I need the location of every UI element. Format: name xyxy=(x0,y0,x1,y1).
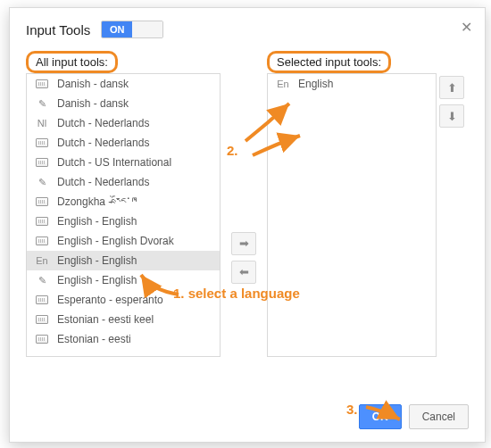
list-item[interactable]: EnEnglish - English xyxy=(27,251,220,270)
keyboard-icon xyxy=(34,197,50,206)
selected-tools-column: Selected input tools: EnEnglish xyxy=(267,51,437,357)
list-item-label: English - English xyxy=(57,254,137,267)
toggle-off-side xyxy=(132,21,162,37)
en-ime-icon: En xyxy=(275,79,291,89)
arrow-down-icon: ⬇ xyxy=(447,110,457,123)
pencil-icon: ✎ xyxy=(34,177,50,188)
nl-ime-icon: Nl xyxy=(34,118,50,129)
list-item[interactable]: Dutch - US International xyxy=(27,153,220,172)
list-item[interactable]: ✎Danish - dansk xyxy=(27,94,220,113)
dialog-title: Input Tools xyxy=(26,22,90,37)
keyboard-icon xyxy=(34,335,50,344)
list-item-label: Dutch - Nederlands xyxy=(57,176,149,188)
list-item[interactable]: English - English xyxy=(27,212,220,231)
list-item-label: English - English xyxy=(57,274,137,286)
dialog-body: All input tools: Danish - dansk✎Danish -… xyxy=(10,46,485,357)
list-item-label: Esperanto - esperanto xyxy=(57,294,163,306)
list-item-label: English xyxy=(298,78,333,90)
selected-tools-heading: Selected input tools: xyxy=(267,51,391,73)
close-icon[interactable]: ✕ xyxy=(461,19,472,36)
list-item[interactable]: English - English Dvorak xyxy=(27,231,220,251)
keyboard-icon xyxy=(34,158,50,167)
arrow-right-icon: ➡ xyxy=(239,236,249,250)
move-up-button[interactable]: ⬆ xyxy=(439,76,464,99)
keyboard-icon xyxy=(34,236,50,245)
list-item[interactable]: Esperanto - esperanto xyxy=(27,290,220,310)
dialog-footer: OK Cancel xyxy=(359,404,469,429)
list-item-label: Dzongkha - རྫོང་ཁ xyxy=(57,195,137,208)
keyboard-icon xyxy=(34,315,50,324)
keyboard-icon xyxy=(34,217,50,226)
list-item-label: English - English Dvorak xyxy=(57,235,174,247)
all-tools-heading: All input tools: xyxy=(26,51,118,73)
list-item[interactable]: Dutch - Nederlands xyxy=(27,133,220,153)
list-item[interactable]: Estonian - eesti keel xyxy=(27,310,220,329)
arrow-left-icon: ⬅ xyxy=(239,265,249,278)
list-item-label: Danish - dansk xyxy=(57,97,129,110)
keyboard-icon xyxy=(34,295,50,304)
cancel-button[interactable]: Cancel xyxy=(409,404,469,429)
transfer-buttons: ➡ ⬅ xyxy=(221,51,267,357)
list-item[interactable]: Dzongkha - རྫོང་ཁ xyxy=(27,192,220,212)
list-item-label: Danish - dansk xyxy=(57,78,129,90)
list-item-label: Dutch - US International xyxy=(57,156,171,169)
list-item[interactable]: Estonian - eesti xyxy=(27,329,220,349)
list-item[interactable]: ✎Dutch - Nederlands xyxy=(27,172,220,192)
list-item-label: Dutch - Nederlands xyxy=(57,137,149,149)
list-item-label: Dutch - Nederlands xyxy=(57,117,149,129)
selected-tools-listbox[interactable]: EnEnglish xyxy=(267,73,437,357)
list-item[interactable]: NlDutch - Nederlands xyxy=(27,113,220,133)
toggle-on-label: ON xyxy=(102,21,132,37)
remove-button[interactable]: ⬅ xyxy=(231,261,256,284)
list-item[interactable]: Danish - dansk xyxy=(27,74,220,94)
keyboard-icon xyxy=(34,138,50,147)
list-item-label: English - English xyxy=(57,215,137,228)
en-ime-icon: En xyxy=(34,255,50,266)
dialog-header: Input Tools ON ✕ xyxy=(10,8,485,46)
pencil-icon: ✎ xyxy=(34,98,50,110)
pencil-icon: ✎ xyxy=(34,275,50,286)
list-item[interactable]: EnEnglish xyxy=(268,74,436,94)
input-tools-dialog: Input Tools ON ✕ All input tools: Danish… xyxy=(9,7,486,443)
on-off-toggle[interactable]: ON xyxy=(101,21,163,38)
list-item-label: Estonian - eesti keel xyxy=(57,313,154,326)
reorder-buttons: ⬆ ⬇ xyxy=(437,51,467,357)
all-tools-column: All input tools: Danish - dansk✎Danish -… xyxy=(26,51,221,357)
ok-button[interactable]: OK xyxy=(359,404,402,429)
list-item[interactable]: ✎English - English xyxy=(27,270,220,290)
list-item-label: Estonian - eesti xyxy=(57,333,131,345)
arrow-up-icon: ⬆ xyxy=(447,81,457,95)
all-tools-listbox[interactable]: Danish - dansk✎Danish - danskNlDutch - N… xyxy=(26,73,221,357)
keyboard-icon xyxy=(34,79,50,88)
move-down-button[interactable]: ⬇ xyxy=(439,104,464,128)
add-button[interactable]: ➡ xyxy=(231,232,256,255)
